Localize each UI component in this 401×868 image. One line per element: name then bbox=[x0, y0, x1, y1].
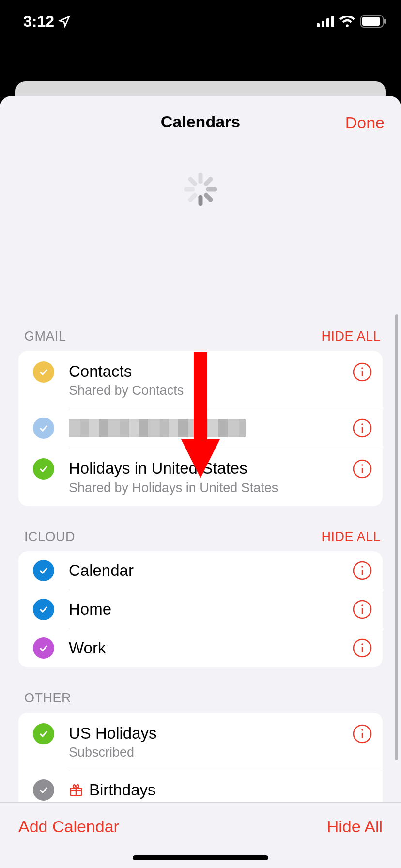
row-title: Contacts bbox=[69, 361, 352, 381]
add-calendar-button[interactable]: Add Calendar bbox=[18, 817, 119, 836]
section-other: OTHER US Holidays Subscribed bbox=[0, 691, 401, 803]
svg-point-23 bbox=[361, 643, 363, 645]
refresh-spinner bbox=[0, 142, 401, 217]
calendar-row-redacted[interactable] bbox=[18, 409, 383, 448]
svg-point-26 bbox=[361, 729, 363, 731]
gift-icon bbox=[69, 783, 83, 797]
scroll-indicator[interactable] bbox=[395, 314, 398, 760]
row-subtitle: Shared by Holidays in United States bbox=[69, 480, 352, 496]
home-indicator[interactable] bbox=[133, 855, 268, 860]
svg-rect-3 bbox=[331, 16, 334, 27]
check-icon[interactable] bbox=[33, 560, 54, 581]
section-label-gmail: GMAIL bbox=[24, 329, 66, 344]
svg-rect-5 bbox=[362, 17, 380, 26]
section-icloud: ICLOUD HIDE ALL Calendar Home Work bbox=[0, 529, 401, 667]
wifi-icon bbox=[339, 16, 355, 27]
card-other: US Holidays Subscribed Birthdays bbox=[18, 713, 383, 803]
info-button[interactable] bbox=[352, 723, 373, 744]
row-subtitle: Shared by Contacts bbox=[69, 383, 352, 398]
status-time: 3:12 bbox=[23, 13, 71, 31]
card-icloud: Calendar Home Work bbox=[18, 551, 383, 667]
done-button[interactable]: Done bbox=[345, 113, 385, 132]
cellular-icon bbox=[317, 16, 334, 27]
info-button[interactable] bbox=[352, 637, 373, 659]
calendars-sheet: Calendars Done GMAIL HIDE ALL bbox=[0, 96, 401, 868]
hide-all-button[interactable]: Hide All bbox=[327, 817, 383, 836]
row-title: Holidays in United States bbox=[69, 458, 352, 478]
sheet-title: Calendars bbox=[15, 112, 386, 131]
section-label-icloud: ICLOUD bbox=[24, 529, 75, 544]
svg-point-17 bbox=[361, 566, 363, 568]
calendar-row-contacts[interactable]: Contacts Shared by Contacts bbox=[18, 351, 383, 409]
row-title: Birthdays bbox=[89, 780, 156, 800]
redacted-text bbox=[69, 419, 246, 437]
info-button[interactable] bbox=[352, 361, 373, 383]
sheet-body[interactable]: GMAIL HIDE ALL Contacts Shared by Contac… bbox=[0, 217, 401, 802]
svg-point-8 bbox=[361, 367, 363, 369]
info-button[interactable] bbox=[352, 418, 373, 439]
svg-point-14 bbox=[361, 464, 363, 466]
svg-point-11 bbox=[361, 423, 363, 425]
info-button[interactable] bbox=[352, 560, 373, 581]
status-icons bbox=[317, 15, 386, 28]
info-button[interactable] bbox=[352, 599, 373, 620]
check-icon[interactable] bbox=[33, 779, 54, 801]
calendar-row-us-holidays[interactable]: US Holidays Subscribed bbox=[18, 713, 383, 771]
check-icon[interactable] bbox=[33, 361, 54, 383]
hide-all-gmail-button[interactable]: HIDE ALL bbox=[321, 329, 381, 344]
check-icon[interactable] bbox=[33, 637, 54, 659]
check-icon[interactable] bbox=[33, 599, 54, 620]
svg-rect-0 bbox=[317, 23, 320, 27]
hide-all-icloud-button[interactable]: HIDE ALL bbox=[321, 529, 381, 544]
status-bar: 3:12 bbox=[0, 0, 401, 43]
section-gmail: GMAIL HIDE ALL Contacts Shared by Contac… bbox=[0, 329, 401, 506]
check-icon[interactable] bbox=[33, 418, 54, 439]
svg-rect-6 bbox=[384, 19, 386, 24]
section-label-other: OTHER bbox=[24, 691, 71, 706]
row-title: Work bbox=[69, 638, 352, 658]
location-arrow-icon bbox=[58, 15, 71, 28]
calendar-row-work[interactable]: Work bbox=[18, 629, 383, 667]
battery-icon bbox=[360, 15, 386, 28]
calendar-row-home[interactable]: Home bbox=[18, 590, 383, 629]
row-title: Home bbox=[69, 599, 352, 619]
svg-point-20 bbox=[361, 604, 363, 606]
check-icon[interactable] bbox=[33, 458, 54, 480]
row-title: Calendar bbox=[69, 560, 352, 580]
calendar-row-calendar[interactable]: Calendar bbox=[18, 551, 383, 590]
svg-rect-2 bbox=[326, 18, 329, 27]
check-icon[interactable] bbox=[33, 723, 54, 744]
svg-rect-1 bbox=[322, 21, 324, 27]
row-subtitle: Subscribed bbox=[69, 745, 352, 760]
row-title: US Holidays bbox=[69, 723, 352, 743]
card-gmail: Contacts Shared by Contacts Holidays bbox=[18, 351, 383, 506]
info-button[interactable] bbox=[352, 458, 373, 480]
calendar-row-birthdays[interactable]: Birthdays bbox=[18, 771, 383, 802]
status-time-text: 3:12 bbox=[23, 13, 54, 31]
sheet-header: Calendars Done bbox=[0, 96, 401, 142]
calendar-row-holidays-us[interactable]: Holidays in United States Shared by Holi… bbox=[18, 448, 383, 506]
